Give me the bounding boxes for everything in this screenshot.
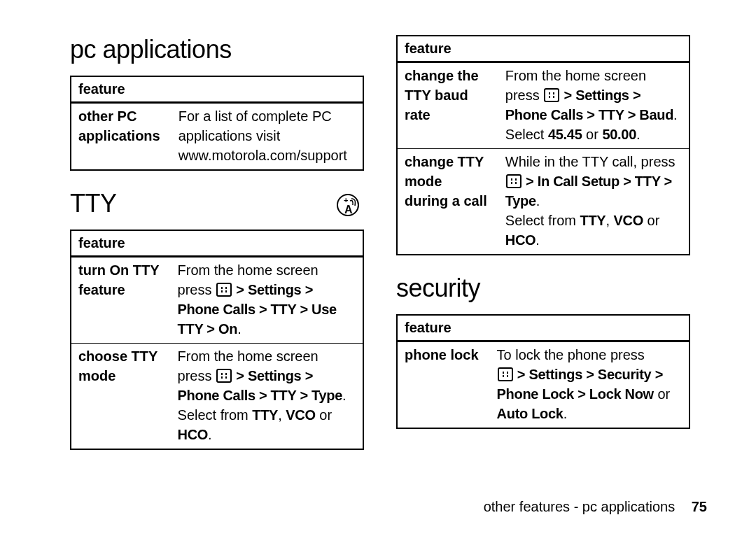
- table-row: other PC applications For a list of comp…: [71, 103, 363, 171]
- feature-name: change TTY mode during a call: [397, 149, 498, 255]
- left-column: pc applications feature other PC applica…: [70, 35, 364, 450]
- feature-desc: For a list of complete PC applications v…: [172, 103, 363, 171]
- heading-tty: TTY: [70, 189, 117, 218]
- page-footer: other features - pc applications 75: [484, 499, 707, 515]
- feature-desc: While in the TTY call, press > In Call S…: [498, 149, 690, 255]
- menu-key-icon: [216, 369, 232, 383]
- menu-key-icon: [498, 367, 513, 381]
- table-header: feature: [71, 230, 363, 257]
- footer-text: other features - pc applications: [484, 499, 676, 514]
- table-header: feature: [71, 76, 363, 103]
- right-column: feature change the TTY baud rate From th…: [396, 35, 690, 450]
- feature-name: phone lock: [397, 341, 490, 429]
- feature-name: other PC applications: [71, 103, 172, 171]
- table-header: feature: [397, 36, 690, 62]
- security-table: feature phone lock To lock the phone pre…: [396, 314, 690, 429]
- page-number: 75: [692, 499, 707, 514]
- page: pc applications feature other PC applica…: [0, 0, 756, 450]
- table-header: feature: [397, 315, 690, 341]
- network-dependent-icon: + A: [336, 193, 360, 217]
- table-row: turn On TTY feature From the home screen…: [71, 257, 363, 344]
- tty-heading-row: TTY + A: [70, 189, 364, 230]
- feature-name: change the TTY baud rate: [397, 62, 498, 149]
- feature-desc: From the home screen press > Settings > …: [498, 62, 690, 149]
- tty-table-1: feature turn On TTY feature From the hom…: [70, 230, 364, 450]
- heading-security: security: [396, 274, 690, 303]
- table-row: phone lock To lock the phone press > Set…: [397, 341, 690, 429]
- feature-name: choose TTY mode: [71, 344, 171, 450]
- svg-text:A: A: [344, 204, 353, 216]
- feature-name: turn On TTY feature: [71, 257, 171, 344]
- feature-desc: To lock the phone press > Settings > Sec…: [490, 341, 690, 429]
- menu-key-icon: [544, 88, 559, 102]
- table-row: change TTY mode during a call While in t…: [397, 149, 690, 255]
- heading-pc-applications: pc applications: [70, 35, 364, 64]
- table-row: choose TTY mode From the home screen pre…: [71, 344, 363, 450]
- table-row: change the TTY baud rate From the home s…: [397, 62, 690, 149]
- menu-key-icon: [506, 174, 522, 188]
- feature-desc: From the home screen press > Settings > …: [171, 344, 363, 450]
- feature-desc: From the home screen press > Settings > …: [171, 257, 363, 344]
- pc-apps-table: feature other PC applications For a list…: [70, 76, 364, 171]
- tty-table-2: feature change the TTY baud rate From th…: [396, 35, 690, 255]
- menu-key-icon: [216, 283, 232, 297]
